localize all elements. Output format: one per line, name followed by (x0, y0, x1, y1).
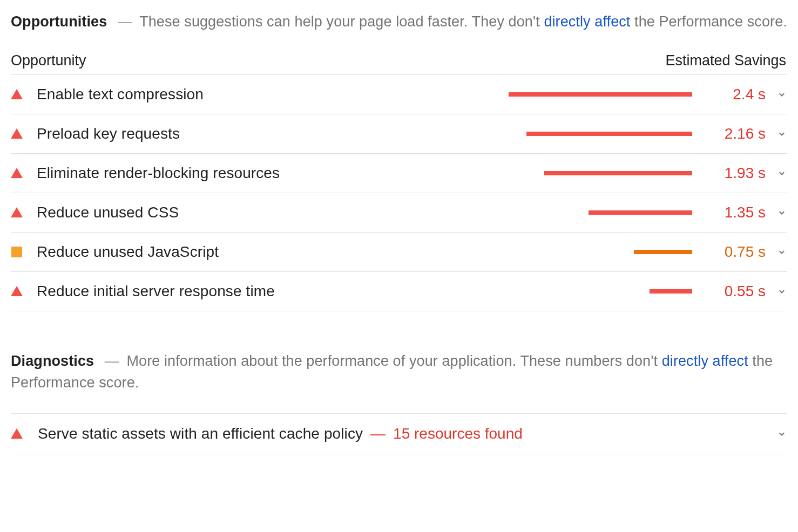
chevron-down-icon (776, 168, 787, 179)
opportunities-desc-prefix: These suggestions can help your page loa… (139, 13, 544, 30)
opportunities-desc-suffix: the Performance score. (630, 13, 787, 30)
savings-bar (509, 92, 692, 97)
opportunity-row[interactable]: Enable text compression2.4 s (11, 74, 787, 114)
opportunities-header: Opportunities — These suggestions can he… (11, 11, 787, 33)
opportunity-bar-container (204, 92, 701, 97)
expand-toggle[interactable] (766, 286, 787, 297)
opportunity-bar-container (179, 210, 701, 215)
dash-separator: — (118, 13, 132, 30)
savings-bar (526, 132, 692, 136)
diagnostic-title: Serve static assets with an efficient ca… (38, 425, 363, 442)
diagnostic-extra: 15 resources found (393, 425, 523, 442)
triangle-red-icon (11, 168, 26, 178)
expand-toggle[interactable] (766, 428, 787, 439)
opportunities-columns-header: Opportunity Estimated Savings (11, 52, 787, 69)
diagnostic-row[interactable]: Serve static assets with an efficient ca… (11, 413, 787, 454)
expand-toggle[interactable] (766, 247, 787, 257)
chevron-down-icon (776, 428, 787, 439)
diagnostics-header: Diagnostics — More information about the… (11, 350, 787, 394)
diagnostics-desc-prefix: More information about the performance o… (126, 353, 661, 369)
opportunity-savings: 2.4 s (701, 86, 766, 103)
opportunity-row[interactable]: Reduce unused CSS1.35 s (11, 193, 787, 232)
opportunities-title: Opportunities (11, 13, 107, 30)
opportunities-section: Opportunities — These suggestions can he… (11, 11, 787, 311)
opportunity-row[interactable]: Reduce initial server response time0.55 … (11, 271, 787, 311)
triangle-red-icon (11, 128, 26, 139)
triangle-red-icon (11, 89, 26, 99)
triangle-red-icon (11, 428, 26, 439)
diagnostics-title: Diagnostics (11, 353, 94, 369)
chevron-down-icon (776, 247, 787, 257)
triangle-red-icon (11, 286, 26, 296)
savings-bar (544, 171, 692, 175)
expand-toggle[interactable] (766, 168, 787, 179)
opportunity-title: Enable text compression (37, 86, 204, 103)
savings-bar (589, 210, 692, 215)
savings-bar (650, 289, 692, 294)
chevron-down-icon (776, 207, 787, 218)
opportunity-bar-container (180, 132, 701, 136)
opportunity-bar-container (280, 171, 701, 175)
dash-separator: — (370, 425, 386, 442)
opportunity-title: Preload key requests (37, 125, 180, 142)
chevron-down-icon (776, 128, 787, 139)
directly-affect-link[interactable]: directly affect (544, 13, 630, 30)
diagnostics-list: Serve static assets with an efficient ca… (11, 413, 787, 454)
opportunity-title: Reduce unused JavaScript (37, 243, 219, 261)
column-savings-label: Estimated Savings (665, 52, 786, 69)
expand-toggle[interactable] (766, 89, 787, 100)
opportunity-savings: 2.16 s (701, 125, 766, 142)
opportunity-savings: 1.35 s (701, 204, 766, 221)
chevron-down-icon (776, 286, 787, 297)
opportunity-bar-container (219, 250, 701, 254)
opportunity-title: Eliminate render-blocking resources (37, 165, 280, 182)
savings-bar (634, 250, 692, 254)
chevron-down-icon (776, 89, 787, 100)
square-orange-icon (11, 247, 26, 257)
opportunity-title: Reduce unused CSS (37, 204, 179, 221)
opportunity-list: Enable text compression2.4 sPreload key … (11, 74, 787, 311)
opportunity-savings: 0.55 s (701, 283, 766, 300)
opportunity-row[interactable]: Eliminate render-blocking resources1.93 … (11, 153, 787, 193)
opportunity-bar-container (275, 289, 701, 294)
diagnostics-section: Diagnostics — More information about the… (11, 350, 787, 454)
opportunity-savings: 1.93 s (701, 165, 766, 182)
opportunity-row[interactable]: Reduce unused JavaScript0.75 s (11, 232, 787, 271)
column-opportunity-label: Opportunity (11, 52, 86, 69)
opportunity-row[interactable]: Preload key requests2.16 s (11, 114, 787, 153)
triangle-red-icon (11, 207, 26, 217)
opportunity-savings: 0.75 s (701, 243, 766, 261)
expand-toggle[interactable] (766, 128, 787, 139)
directly-affect-link[interactable]: directly affect (662, 353, 748, 369)
expand-toggle[interactable] (766, 207, 787, 218)
opportunity-title: Reduce initial server response time (37, 283, 275, 300)
dash-separator: — (105, 353, 119, 369)
